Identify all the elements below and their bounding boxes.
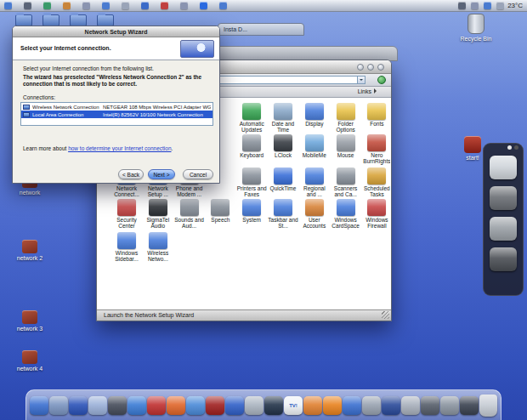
- menubar-tray-icon-10[interactable]: [180, 2, 188, 9]
- dock-vlc[interactable]: [323, 396, 342, 415]
- dock-finder[interactable]: [30, 396, 48, 415]
- wizard-titlebar[interactable]: Network Setup Wizard: [13, 26, 219, 37]
- dock-photoshop[interactable]: [264, 396, 283, 415]
- menubar-tray-icon-15[interactable]: [484, 2, 491, 9]
- cp-item-taskbar-and-st[interactable]: Taskbar and St...: [268, 199, 298, 230]
- dock-app-dark-red[interactable]: [206, 396, 224, 415]
- dock-app-gray[interactable]: [362, 396, 381, 415]
- cp-item-mobileme[interactable]: MobileMe: [299, 134, 330, 158]
- cp-item-automatic-updates[interactable]: Automatic Updates: [236, 103, 267, 133]
- cp-item-nero-burnrights[interactable]: Nero BurnRights: [361, 134, 390, 165]
- menubar-tray-icon-12[interactable]: [219, 2, 227, 9]
- dock-app-orange[interactable]: [303, 396, 322, 415]
- menubar-tray-icon-2[interactable]: [24, 2, 31, 9]
- dock-itunes[interactable]: [343, 396, 361, 415]
- cp-icon-windows-cardspace: [337, 199, 355, 216]
- cp-item-user-accounts[interactable]: User Accounts: [299, 199, 330, 230]
- dock-firefox[interactable]: [167, 396, 185, 415]
- dock-app-slate[interactable]: [421, 396, 439, 415]
- icon-label: network: [3, 190, 56, 196]
- menubar-tray-icon-11[interactable]: [200, 2, 207, 9]
- minimize-button[interactable]: [367, 64, 374, 71]
- cp-icon-mobileme: [305, 134, 324, 151]
- cp-item-label: Mouse: [331, 152, 361, 158]
- dock-app-navy[interactable]: [382, 396, 400, 415]
- learn-more-link[interactable]: how to determine your Internet connectio…: [68, 145, 171, 151]
- dock-utilities[interactable]: [440, 396, 459, 415]
- cp-item-quicktime[interactable]: QuickTime: [268, 167, 298, 191]
- cp-item-wireless-netwo[interactable]: Wireless Netwo...: [143, 232, 173, 263]
- recycle-bin[interactable]: Recycle Bin: [449, 14, 503, 43]
- cp-item-folder-options[interactable]: Folder Options: [331, 103, 361, 133]
- desktop-icon-network-3[interactable]: network 3: [3, 310, 56, 332]
- desktop-icon-network-4[interactable]: network 4: [3, 350, 56, 372]
- dock-browser-globe[interactable]: [49, 396, 68, 415]
- dock-app-dark[interactable]: [108, 396, 127, 415]
- dock-media-player[interactable]: [225, 396, 244, 415]
- menubar-tray-icon-1[interactable]: [4, 2, 12, 9]
- dock-messenger[interactable]: [186, 396, 205, 415]
- dock-app-red[interactable]: [147, 396, 166, 415]
- next-button[interactable]: Next >: [148, 169, 175, 179]
- connection-row-wireless-network-connection-2[interactable]: Wireless Network Connection 2NETGEAR 108…: [21, 103, 212, 111]
- panel-dot-dark[interactable]: [514, 145, 518, 150]
- cp-item-windows-sidebar[interactable]: Windows Sidebar...: [111, 232, 142, 263]
- cancel-button[interactable]: Cancel: [183, 169, 213, 179]
- dock-app-silver[interactable]: [245, 396, 264, 415]
- panel-drive-icon[interactable]: [490, 217, 517, 241]
- cp-item-security-center[interactable]: Security Center: [111, 199, 142, 230]
- cp-item-regional-and[interactable]: Regional and ...: [299, 167, 330, 198]
- cp-item-lclock[interactable]: LClock: [268, 134, 298, 158]
- dock-app-dark-2[interactable]: [460, 396, 479, 415]
- menubar-tray-icon-16[interactable]: [496, 2, 504, 9]
- cp-item-system[interactable]: System: [236, 199, 267, 223]
- connections-list[interactable]: Wireless Network Connection 2NETGEAR 108…: [20, 102, 213, 126]
- connection-row-local-area-connection[interactable]: Local Area ConnectionIntel(R) 82562V 10/…: [21, 111, 212, 118]
- dock-tv-app[interactable]: TV!: [284, 396, 303, 415]
- background-window-insta[interactable]: Insta D...: [218, 23, 304, 36]
- desktop-folder-4[interactable]: [97, 14, 114, 26]
- desktop-folder-2[interactable]: [42, 14, 60, 26]
- dock-app-silver-2[interactable]: [401, 396, 420, 415]
- cp-item-fonts[interactable]: Fonts: [361, 103, 390, 127]
- back-button[interactable]: < Back: [118, 169, 144, 179]
- desktop-icon-network-2[interactable]: network 2: [3, 240, 56, 262]
- menubar-tray-icon-3[interactable]: [43, 2, 51, 9]
- cp-item-windows-cardspace[interactable]: Windows CardSpace: [331, 199, 361, 230]
- panel-camera-icon[interactable]: [490, 247, 517, 271]
- dock-app-light-blue[interactable]: [88, 396, 107, 415]
- menubar-tray-icon-6[interactable]: [102, 2, 110, 9]
- menubar-tray-icon-14[interactable]: [471, 2, 479, 9]
- cp-item-keyboard[interactable]: Keyboard: [236, 134, 267, 158]
- go-button[interactable]: [377, 76, 386, 84]
- dock-app-blue[interactable]: [69, 396, 88, 415]
- cp-item-sounds-and-aud[interactable]: Sounds and Aud...: [174, 199, 205, 230]
- cp-item-speech[interactable]: Speech: [205, 199, 235, 223]
- cp-item-date-and-time[interactable]: Date and Time: [268, 103, 298, 133]
- links-menu[interactable]: Links: [358, 88, 379, 94]
- menubar-tray-icon-4[interactable]: [63, 2, 71, 9]
- cp-item-windows-firewall[interactable]: Windows Firewall: [361, 199, 390, 230]
- menubar-tray-icon-13[interactable]: [458, 2, 466, 9]
- cp-item-sigmatel-audio[interactable]: SigmaTel Audio: [143, 199, 173, 230]
- menubar-tray-icon-8[interactable]: [141, 2, 149, 9]
- cp-item-mouse[interactable]: Mouse: [331, 134, 361, 158]
- menubar-tray-icon-9[interactable]: [161, 2, 168, 9]
- cp-item-printers-and-faxes[interactable]: Printers and Faxes: [236, 167, 267, 198]
- dock-trash[interactable]: [479, 394, 497, 417]
- close-button[interactable]: [357, 64, 364, 71]
- dock-safari[interactable]: [128, 396, 146, 415]
- address-dropdown-arrow-icon[interactable]: [357, 77, 365, 83]
- menubar-tray-icon-7[interactable]: [122, 2, 129, 9]
- panel-chat-icon[interactable]: [490, 156, 517, 179]
- cp-item-scheduled-tasks[interactable]: Scheduled Tasks: [361, 167, 390, 198]
- zoom-button[interactable]: [377, 64, 384, 71]
- panel-settings-icon[interactable]: [490, 186, 517, 210]
- panel-dot-light[interactable]: [507, 145, 512, 150]
- desktop-folder-1[interactable]: [15, 14, 32, 26]
- desktop-folder-3[interactable]: [70, 14, 87, 26]
- cp-item-scanners-and-ca[interactable]: Scanners and Ca...: [331, 167, 361, 198]
- resize-grip[interactable]: [382, 311, 389, 319]
- menubar-tray-icon-5[interactable]: [82, 2, 90, 9]
- cp-item-display[interactable]: Display: [299, 103, 330, 127]
